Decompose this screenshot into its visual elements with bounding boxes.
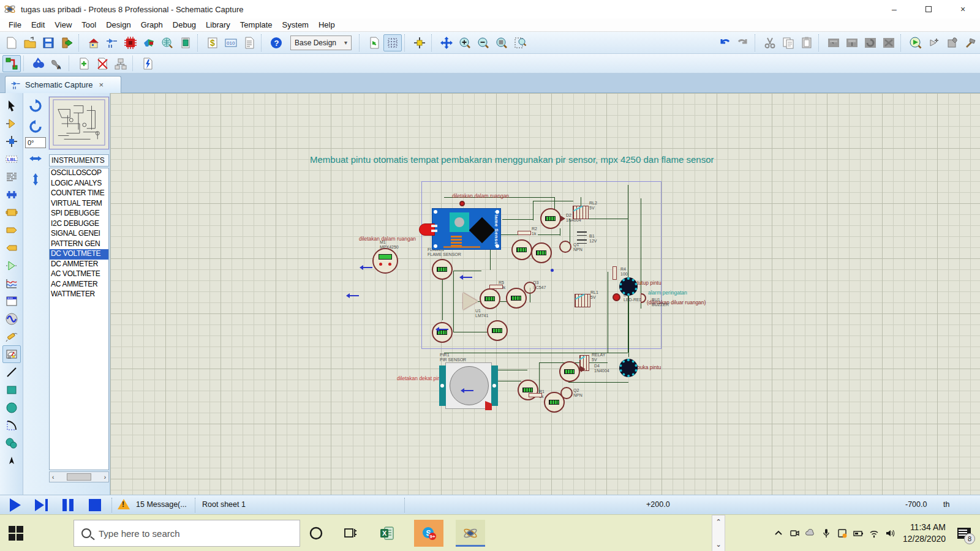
microphone-tray-icon[interactable] (818, 515, 834, 551)
block-rotate-icon[interactable] (861, 34, 880, 51)
instrument-item-signal-genei[interactable]: SIGNAL GENEI (50, 229, 108, 239)
object-list-scrollbar[interactable]: ‹ › (49, 471, 109, 482)
instrument-item-virtual-term[interactable]: VIRTUAL TERM (50, 199, 108, 209)
block-move-icon[interactable] (843, 34, 861, 51)
menu-help[interactable]: Help (314, 19, 340, 31)
onedrive-tray-icon[interactable] (802, 515, 818, 551)
resistor[interactable] (518, 231, 531, 235)
dc-voltmeter[interactable] (480, 288, 500, 309)
dc-voltmeter[interactable] (506, 288, 527, 309)
motor-tutup-pintu[interactable] (619, 277, 638, 296)
resistor[interactable] (612, 266, 617, 280)
skype-taskbar-icon[interactable]: S9+ (414, 520, 443, 547)
dc-voltmeter[interactable] (432, 259, 453, 280)
pick-parts-icon[interactable] (907, 34, 925, 51)
transistor[interactable] (560, 387, 573, 399)
menu-template[interactable]: Template (235, 19, 277, 31)
resistor[interactable] (489, 285, 503, 289)
zoom-in-icon[interactable] (456, 34, 474, 51)
scrollbar-thumb[interactable] (67, 473, 91, 481)
new-sheet-icon[interactable] (75, 55, 93, 72)
block-copy-icon[interactable] (824, 34, 843, 51)
taskbar-clock[interactable]: 11:34 AM 12/28/2020 (903, 522, 946, 545)
mirror-vertical-icon[interactable] (26, 171, 45, 188)
flame-sensor-module[interactable]: Flame Sensor (432, 208, 501, 250)
pcb-layout-icon[interactable] (121, 34, 140, 51)
led-red[interactable] (612, 293, 620, 301)
buses-mode-icon[interactable] (2, 186, 21, 203)
grid-toggle-icon[interactable] (383, 34, 402, 51)
relay[interactable] (573, 206, 589, 219)
redraw-icon[interactable] (365, 34, 383, 51)
instrument-item-spi-debugge[interactable]: SPI DEBUGGE (50, 209, 108, 219)
instrument-item-ac-voltmete[interactable]: AC VOLTMETE (50, 269, 108, 280)
mpx4250-sensor[interactable] (372, 248, 398, 274)
taskbar-scroll-arrows[interactable]: ⌃⌄ (712, 515, 725, 551)
cut-icon[interactable] (761, 34, 779, 51)
generator-mode-icon[interactable] (2, 310, 21, 328)
2d-arc-icon[interactable] (2, 416, 21, 434)
bill-of-materials-icon[interactable]: $ (203, 34, 222, 51)
pan-icon[interactable] (437, 34, 456, 51)
instrument-item-ac-ammeter[interactable]: AC AMMETER (50, 280, 108, 290)
electrical-check-icon[interactable] (138, 55, 157, 72)
design-explorer-icon[interactable] (158, 34, 176, 51)
instrument-item-counter-time[interactable]: COUNTER TIME (50, 189, 108, 199)
scroll-left-arrow[interactable]: ‹ (50, 474, 54, 481)
zoom-extents-icon[interactable] (492, 34, 511, 51)
paste-icon[interactable] (797, 34, 816, 51)
schematic-overview-preview[interactable] (49, 97, 109, 149)
transistor[interactable] (559, 241, 571, 253)
instrument-item-pattern-gen[interactable]: PATTERN GEN (50, 239, 108, 250)
zoom-out-icon[interactable] (474, 34, 492, 51)
analogue-graph-icon[interactable] (2, 274, 21, 292)
volume-tray-icon[interactable] (882, 515, 898, 551)
redo-icon[interactable] (734, 34, 752, 51)
dc-voltmeter[interactable] (531, 242, 552, 263)
opamp-lm741[interactable] (463, 293, 478, 310)
transistor[interactable] (524, 282, 536, 294)
wire-autorouter-icon[interactable] (2, 55, 21, 72)
dc-voltmeter[interactable] (559, 361, 580, 382)
dc-voltmeter[interactable] (540, 208, 561, 229)
component-mode-icon[interactable] (2, 114, 21, 132)
virtual-instruments-mode-icon[interactable] (2, 345, 21, 363)
maximize-button[interactable] (911, 0, 946, 18)
goto-sheet-icon[interactable] (111, 55, 130, 72)
instrument-item-logic-analys[interactable]: LOGIC ANALYS (50, 179, 108, 189)
text-script-mode-icon[interactable] (2, 168, 21, 186)
property-assignment-icon[interactable]: A (48, 55, 66, 72)
3d-visualizer-icon[interactable] (140, 34, 158, 51)
menu-view[interactable]: View (50, 19, 77, 31)
copy-icon[interactable] (779, 34, 797, 51)
taskbar-search[interactable]: Type here to search (74, 520, 300, 547)
simulate-pause-button[interactable] (58, 497, 78, 513)
task-view-icon[interactable] (336, 520, 365, 547)
menu-graph[interactable]: Graph (136, 19, 168, 31)
scroll-right-arrow[interactable]: › (104, 474, 108, 481)
voltage-probe-mode-icon[interactable] (2, 328, 21, 345)
save-project-icon[interactable] (39, 34, 58, 51)
2d-path-icon[interactable] (2, 434, 21, 452)
terminal-mode-icon[interactable] (2, 221, 21, 239)
2d-marker-icon[interactable] (2, 452, 21, 470)
battery-tray-icon[interactable] (850, 515, 866, 551)
simulate-stop-button[interactable] (85, 497, 105, 513)
camera-tray-icon[interactable] (786, 515, 802, 551)
schematic-capture-icon[interactable] (103, 34, 121, 51)
close-project-icon[interactable] (58, 34, 76, 51)
instrument-item-dc-voltmete[interactable]: DC VOLTMETE (50, 249, 108, 260)
vsm-studio-icon[interactable] (176, 34, 195, 51)
sync-tray-icon[interactable] (834, 515, 850, 551)
menu-library[interactable]: Library (201, 19, 235, 31)
battery[interactable] (577, 231, 587, 245)
minimize-button[interactable]: – (877, 0, 911, 18)
scroll-down-icon[interactable]: ⌄ (715, 541, 721, 549)
relay[interactable] (575, 294, 590, 307)
subcircuit-mode-icon[interactable] (2, 203, 21, 221)
warning-icon[interactable] (118, 499, 130, 509)
dc-voltmeter[interactable] (432, 322, 453, 343)
help-icon[interactable]: ? (267, 34, 285, 51)
graph-mode-icon[interactable] (2, 257, 21, 274)
instrument-item-i2c-debugge[interactable]: I2C DEBUGGE (50, 219, 108, 230)
